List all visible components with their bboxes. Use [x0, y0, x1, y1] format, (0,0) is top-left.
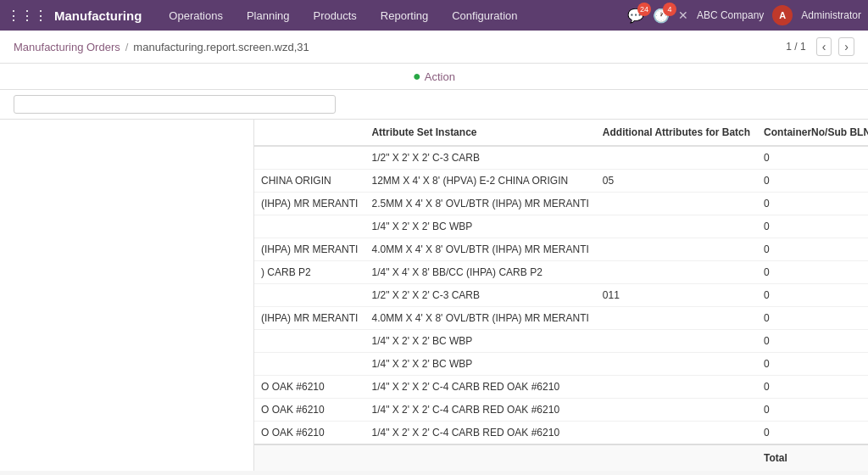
breadcrumb-separator: /: [125, 41, 129, 53]
cell-container: 0: [757, 330, 868, 353]
cell-container: 0: [757, 353, 868, 376]
app-name: Manufacturing: [54, 8, 142, 23]
cell-attr-set: 12MM X 4' X 8' (HPVA) E-2 CHINA ORIGIN: [364, 170, 595, 193]
table-row: ) CARB P2 1/4" X 4' X 8' BB/CC (IHPA) CA…: [254, 261, 868, 284]
table-row: O OAK #6210 1/4" X 2' X 2' C-4 CARB RED …: [254, 399, 868, 422]
total-label: Total: [757, 444, 868, 471]
col-container[interactable]: ContainerNo/Sub BLNo ▼: [757, 120, 868, 146]
cell-container: 0: [757, 193, 868, 215]
cell-product: (IHPA) MR MERANTI: [254, 307, 364, 330]
cell-add-attr: [596, 399, 757, 422]
cell-attr-set: 1/4" X 4' X 8' BB/CC (IHPA) CARB P2: [364, 261, 595, 284]
total-label-col3: [596, 444, 757, 471]
pagination: 1 / 1 ‹ ›: [786, 37, 854, 56]
cell-container: 0: [757, 376, 868, 399]
table-row: 1/4" X 2' X 2' BC WBP 0 0 20.21 10.00 20…: [254, 215, 868, 238]
cell-container: 0: [757, 422, 868, 445]
table-row: (IHPA) MR MERANTI 4.0MM X 4' X 8' OVL/BT…: [254, 238, 868, 261]
cell-add-attr: 011: [596, 284, 757, 307]
cell-container: 0: [757, 215, 868, 238]
cell-product: CHINA ORIGIN: [254, 170, 364, 193]
nav-right: 💬 24 🕐 4 ✕ ABC Company A Administrator: [627, 5, 861, 25]
table-row: O OAK #6210 1/4" X 2' X 2' C-4 CARB RED …: [254, 422, 868, 445]
col-add-attr: Additional Attributes for Batch: [596, 120, 757, 146]
admin-name: Administrator: [801, 9, 861, 21]
total-label-col2: [364, 444, 595, 471]
cell-container: 0: [757, 399, 868, 422]
breadcrumb: Manufacturing Orders / manufacturing.rep…: [14, 41, 309, 53]
cell-container: 0: [757, 170, 868, 193]
cell-container: 0: [757, 238, 868, 261]
chat-icon[interactable]: 💬 24: [627, 8, 644, 24]
cell-attr-set: 1/2" X 2' X 2' C-3 CARB: [364, 146, 595, 170]
cell-attr-set: 4.0MM X 4' X 8' OVL/BTR (IHPA) MR MERANT…: [364, 238, 595, 261]
cell-container: 0: [757, 284, 868, 307]
table-row: CHINA ORIGIN 12MM X 4' X 8' (HPVA) E-2 C…: [254, 170, 868, 193]
cell-add-attr: [596, 261, 757, 284]
chat-badge: 24: [637, 3, 651, 16]
cell-product: O OAK #6210: [254, 399, 364, 422]
cell-add-attr: [596, 215, 757, 238]
nav-menu: Operations Planning Products Reporting C…: [159, 4, 627, 27]
table-row: 1/2" X 2' X 2' C-3 CARB 011 0 0 15.52 1.…: [254, 284, 868, 307]
cell-product: [254, 215, 364, 238]
cell-attr-set: 2.5MM X 4' X 8' OVL/BTR (IHPA) MR MERANT…: [364, 193, 595, 215]
table-row: 1/2" X 2' X 2' C-3 CARB 0 0 15.52 15.00 …: [254, 146, 868, 170]
cell-product: [254, 353, 364, 376]
page-info: 1 / 1: [786, 41, 805, 53]
cell-attr-set: 1/4" X 2' X 2' C-4 CARB RED OAK #6210: [364, 399, 595, 422]
table-body: 1/2" X 2' X 2' C-3 CARB 0 0 15.52 15.00 …: [254, 146, 868, 471]
cell-attr-set: 1/2" X 2' X 2' C-3 CARB: [364, 284, 595, 307]
left-panel: [0, 120, 254, 471]
activity-icon[interactable]: 🕐 4: [653, 8, 670, 24]
cell-attr-set: 1/4" X 2' X 2' BC WBP: [364, 353, 595, 376]
cell-add-attr: 05: [596, 170, 757, 193]
table-row: (IHPA) MR MERANTI 4.0MM X 4' X 8' OVL/BT…: [254, 307, 868, 330]
company-name: ABC Company: [697, 9, 764, 21]
nav-item-configuration[interactable]: Configuration: [442, 4, 527, 27]
next-page-button[interactable]: ›: [838, 37, 854, 56]
cell-product: [254, 284, 364, 307]
breadcrumb-current: manufacturing.report.screen.wzd,31: [133, 41, 309, 53]
close-icon[interactable]: ✕: [678, 8, 688, 22]
table-row: 1/4" X 2' X 2' BC WBP 0 0 20.21 375.00 7…: [254, 353, 868, 376]
cell-product: (IHPA) MR MERANTI: [254, 238, 364, 261]
cell-product: [254, 330, 364, 353]
cell-product: (IHPA) MR MERANTI: [254, 193, 364, 215]
total-row: Total 0.00 3,522.00 23,938.17: [254, 444, 868, 471]
search-input[interactable]: [14, 95, 336, 114]
cell-add-attr: [596, 238, 757, 261]
app-grid-icon[interactable]: ⋮⋮⋮: [7, 8, 47, 24]
cell-add-attr: [596, 353, 757, 376]
action-label: Action: [425, 70, 455, 83]
action-bar: ● Action: [0, 64, 868, 90]
action-dot: ●: [413, 69, 421, 84]
cell-attr-set: 1/4" X 2' X 2' BC WBP: [364, 330, 595, 353]
action-button[interactable]: ● Action: [413, 69, 455, 84]
nav-item-products[interactable]: Products: [303, 4, 367, 27]
cell-attr-set: 4.0MM X 4' X 8' OVL/BTR (IHPA) MR MERANT…: [364, 307, 595, 330]
table-header-row: Attribute Set Instance Additional Attrib…: [254, 120, 868, 146]
nav-item-reporting[interactable]: Reporting: [370, 4, 438, 27]
filter-bar: [0, 90, 868, 120]
table-row: (IHPA) MR MERANTI 2.5MM X 4' X 8' OVL/BT…: [254, 193, 868, 215]
total-label-col1: [254, 444, 364, 471]
cell-attr-set: 1/4" X 2' X 2' C-4 CARB RED OAK #6210: [364, 422, 595, 445]
nav-item-operations[interactable]: Operations: [159, 4, 233, 27]
cell-product: O OAK #6210: [254, 376, 364, 399]
cell-add-attr: [596, 330, 757, 353]
cell-add-attr: [596, 376, 757, 399]
main-content: Attribute Set Instance Additional Attrib…: [0, 120, 868, 471]
prev-page-button[interactable]: ‹: [816, 37, 832, 56]
admin-avatar[interactable]: A: [772, 5, 793, 25]
cell-add-attr: [596, 193, 757, 215]
cell-product: ) CARB P2: [254, 261, 364, 284]
top-navigation: ⋮⋮⋮ Manufacturing Operations Planning Pr…: [0, 0, 868, 31]
breadcrumb-link[interactable]: Manufacturing Orders: [14, 41, 120, 53]
cell-container: 0: [757, 307, 868, 330]
col-product: [254, 120, 364, 146]
nav-item-planning[interactable]: Planning: [236, 4, 300, 27]
table-row: 1/4" X 2' X 2' BC WBP 0 0 20.21 375.00 7…: [254, 330, 868, 353]
col-attr-set: Attribute Set Instance: [364, 120, 595, 146]
table-container[interactable]: Attribute Set Instance Additional Attrib…: [254, 120, 868, 471]
